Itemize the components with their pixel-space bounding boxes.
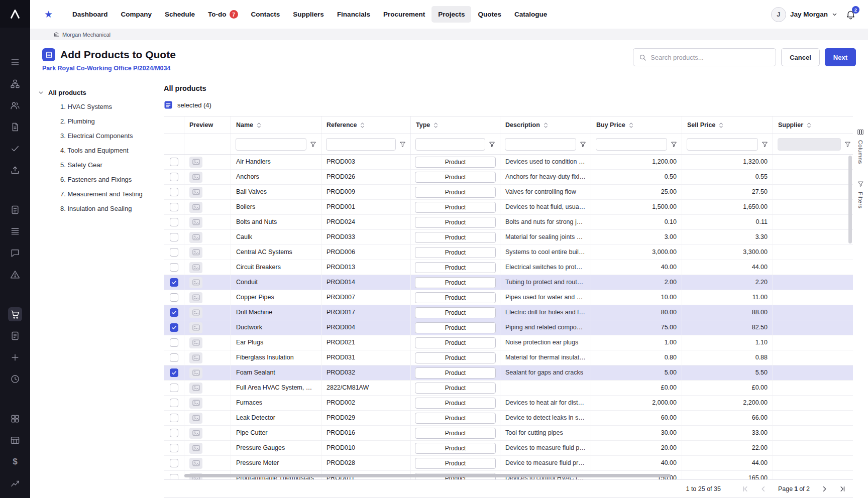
favorites-star-icon[interactable]: ★ xyxy=(44,9,53,20)
dollar-icon[interactable]: $ xyxy=(8,455,22,469)
row-checkbox[interactable] xyxy=(170,308,178,317)
document-icon[interactable] xyxy=(8,120,22,134)
first-page-button[interactable] xyxy=(742,485,749,492)
invoice-icon[interactable] xyxy=(8,329,22,343)
row-checkbox[interactable] xyxy=(170,474,178,479)
column-header-name[interactable]: Name xyxy=(231,116,321,134)
category-root[interactable]: All products xyxy=(38,85,164,99)
last-page-button[interactable] xyxy=(839,485,846,492)
nav-item-suppliers[interactable]: Suppliers xyxy=(286,6,331,23)
cart-icon[interactable] xyxy=(8,307,22,321)
nav-item-company[interactable]: Company xyxy=(115,6,159,23)
table-row[interactable]: Pressure Gauges PROD010 Product Devices … xyxy=(164,441,853,456)
nav-item-financials[interactable]: Financials xyxy=(331,6,377,23)
cancel-button[interactable]: Cancel xyxy=(781,48,820,66)
row-checkbox[interactable] xyxy=(170,173,178,181)
nav-item-to-do[interactable]: To-do7 xyxy=(201,6,244,23)
notifications-bell[interactable]: 2 xyxy=(845,9,856,20)
filter-input-sell_price[interactable] xyxy=(687,138,758,151)
nav-item-procurement[interactable]: Procurement xyxy=(377,6,431,23)
hierarchy-icon[interactable] xyxy=(8,77,22,91)
row-checkbox[interactable] xyxy=(170,218,178,226)
table-row[interactable]: Copper Pipes PROD007 Product Pipes used … xyxy=(164,290,853,305)
nav-item-schedule[interactable]: Schedule xyxy=(158,6,201,23)
row-checkbox[interactable] xyxy=(170,158,178,166)
row-checkbox[interactable] xyxy=(170,338,178,347)
filter-funnel-icon[interactable] xyxy=(762,141,768,148)
table-row[interactable]: Air Handlers PROD003 Product Devices use… xyxy=(164,155,853,170)
table-row[interactable]: Furnaces PROD002 Product Devices to heat… xyxy=(164,396,853,411)
table-row[interactable]: Ball Valves PROD009 Product Valves for c… xyxy=(164,185,853,200)
filter-input-name[interactable] xyxy=(236,138,306,151)
check-icon[interactable] xyxy=(8,142,22,156)
column-header-sell_price[interactable]: Sell Price xyxy=(682,116,773,134)
selected-bar[interactable]: selected (4) xyxy=(164,100,853,110)
alert-icon[interactable] xyxy=(8,268,22,282)
row-checkbox[interactable] xyxy=(170,414,178,422)
table-row[interactable]: Foam Sealant PROD032 Product Sealant for… xyxy=(164,365,853,381)
table-row[interactable]: Boilers PROD001 Product Devices to heat … xyxy=(164,200,853,215)
filter-input-buy_price[interactable] xyxy=(596,138,667,151)
row-checkbox[interactable] xyxy=(170,203,178,211)
side-tab-columns[interactable]: Columns xyxy=(857,129,864,164)
table-row[interactable]: Ear Plugs PROD021 Product Noise protecti… xyxy=(164,335,853,350)
table-row[interactable]: Full Area HVAC System, Pi... 2822/CM81AW… xyxy=(164,381,853,396)
category-item[interactable]: 8. Insulation and Sealing xyxy=(60,201,164,216)
row-checkbox[interactable] xyxy=(170,233,178,241)
row-checkbox[interactable] xyxy=(170,188,178,196)
row-checkbox[interactable] xyxy=(170,429,178,437)
sort-icon[interactable] xyxy=(257,122,261,129)
nav-item-contacts[interactable]: Contacts xyxy=(245,6,287,23)
grid-icon[interactable] xyxy=(8,412,22,426)
side-tab-filters[interactable]: Filters xyxy=(857,181,864,208)
column-header-supplier[interactable]: Supplier xyxy=(773,116,853,134)
table-row[interactable]: Conduit PROD014 Product Tubing to protec… xyxy=(164,275,853,290)
category-item[interactable]: 4. Tools and Equipment xyxy=(60,143,164,158)
clock-icon[interactable] xyxy=(8,372,22,386)
column-header-reference[interactable]: Reference xyxy=(321,116,411,134)
table-row[interactable]: Leak Detector PROD029 Product Device to … xyxy=(164,411,853,426)
file-icon[interactable] xyxy=(8,203,22,217)
table-row[interactable]: Caulk PROD033 Product Material for seali… xyxy=(164,230,853,245)
filter-funnel-icon[interactable] xyxy=(671,141,677,148)
plus-icon[interactable] xyxy=(8,350,22,364)
table-row[interactable]: Anchors PROD026 Product Anchors for heav… xyxy=(164,170,853,185)
row-checkbox[interactable] xyxy=(170,368,178,377)
table-row[interactable]: Fiberglass Insulation PROD031 Product Ma… xyxy=(164,350,853,365)
nav-item-dashboard[interactable]: Dashboard xyxy=(66,6,115,23)
category-item[interactable]: 7. Measurement and Testing xyxy=(60,187,164,201)
list-icon[interactable] xyxy=(8,55,22,69)
filter-input-type[interactable] xyxy=(415,138,485,151)
user-menu[interactable]: J Jay Morgan xyxy=(771,7,837,22)
row-checkbox[interactable] xyxy=(170,444,178,452)
rows-icon[interactable] xyxy=(8,224,22,238)
row-checkbox[interactable] xyxy=(170,384,178,392)
table-row[interactable]: Drill Machine PROD017 Product Electric d… xyxy=(164,305,853,320)
category-item[interactable]: 5. Safety Gear xyxy=(60,158,164,172)
table-row[interactable]: Bolts and Nuts PROD024 Product Bolts and… xyxy=(164,215,853,230)
sort-icon[interactable] xyxy=(629,122,633,129)
column-header-description[interactable]: Description xyxy=(500,116,591,134)
nav-item-quotes[interactable]: Quotes xyxy=(471,6,508,23)
table-row[interactable]: Pipe Cutter PROD016 Product Tool for cut… xyxy=(164,426,853,441)
row-checkbox[interactable] xyxy=(170,323,178,332)
filter-input-description[interactable] xyxy=(505,138,576,151)
category-item[interactable]: 3. Electrical Components xyxy=(60,129,164,143)
row-checkbox[interactable] xyxy=(170,263,178,272)
sort-icon[interactable] xyxy=(807,122,811,129)
row-checkbox[interactable] xyxy=(170,353,178,362)
next-button[interactable]: Next xyxy=(825,48,856,66)
project-link[interactable]: Park Royal Co-Working Office P/2024/M034 xyxy=(42,65,170,72)
category-item[interactable]: 2. Plumbing xyxy=(60,114,164,129)
table-icon[interactable] xyxy=(8,433,22,447)
chat-icon[interactable] xyxy=(8,246,22,260)
table-row[interactable]: Circuit Breakers PROD013 Product Electri… xyxy=(164,260,853,275)
upload-icon[interactable] xyxy=(8,163,22,177)
search-input[interactable] xyxy=(650,54,770,61)
app-logo[interactable] xyxy=(0,0,30,28)
sort-icon[interactable] xyxy=(360,122,365,129)
row-checkbox[interactable] xyxy=(170,248,178,257)
sort-icon[interactable] xyxy=(433,122,438,129)
filter-funnel-icon[interactable] xyxy=(844,141,851,148)
sort-icon[interactable] xyxy=(544,122,548,129)
